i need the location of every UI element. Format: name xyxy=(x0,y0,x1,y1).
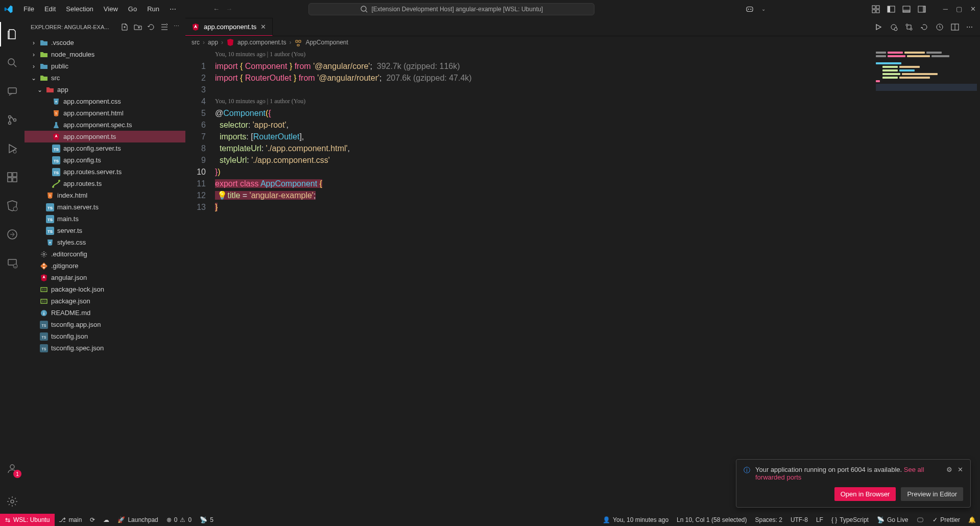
copilot-icon[interactable] xyxy=(745,5,754,14)
crumb-app[interactable]: app xyxy=(208,39,218,46)
activity-extensions[interactable] xyxy=(0,165,25,189)
timeline-icon[interactable] xyxy=(936,23,944,31)
status-branch[interactable]: ⎇main xyxy=(55,514,86,526)
status-cloud[interactable]: ☁ xyxy=(99,514,113,526)
menu-go[interactable]: Go xyxy=(124,3,141,15)
minimap[interactable] xyxy=(873,49,980,514)
tree-item-app-routes-ts[interactable]: app.routes.ts xyxy=(25,178,185,189)
tree-item-README-md[interactable]: iREADME.md xyxy=(25,307,185,319)
status-spaces[interactable]: Spaces: 2 xyxy=(751,516,786,523)
activity-run-debug[interactable] xyxy=(0,136,25,161)
tree-item-package-lock-json[interactable]: package-lock.json xyxy=(25,283,185,295)
nav-forward-icon[interactable]: → xyxy=(226,5,232,13)
collapse-icon[interactable] xyxy=(160,23,169,31)
activity-settings[interactable] xyxy=(0,489,25,514)
layout-customize-icon[interactable] xyxy=(872,5,880,13)
crumb-symbol[interactable]: AppComponent xyxy=(305,39,348,46)
status-copilot[interactable] xyxy=(912,516,928,524)
crumb-file[interactable]: app.component.ts xyxy=(237,39,286,46)
menu-file[interactable]: File xyxy=(19,3,38,15)
git-compare-icon[interactable] xyxy=(905,23,913,31)
activity-accounts[interactable]: 1 xyxy=(0,457,25,481)
toggle-sidebar-icon[interactable] xyxy=(887,5,895,13)
status-eol[interactable]: LF xyxy=(812,516,827,523)
refresh-icon[interactable] xyxy=(147,23,155,31)
tree-item-app[interactable]: ⌄app xyxy=(25,84,185,95)
notification-close-icon[interactable]: ✕ xyxy=(958,466,963,473)
file-tree[interactable]: ›.vscode›node_modules›public⌄src⌄app #ap… xyxy=(25,36,185,514)
status-cursor[interactable]: Ln 10, Col 1 (58 selected) xyxy=(673,516,751,523)
window-maximize-icon[interactable]: ▢ xyxy=(956,5,962,13)
tree-item-index-html[interactable]: 5index.html xyxy=(25,189,185,201)
debug-rerun-icon[interactable] xyxy=(890,23,898,31)
next-change-icon[interactable] xyxy=(920,23,928,31)
tree-item-tsconfig-json[interactable]: TStsconfig.json xyxy=(25,330,185,342)
toggle-panel-icon[interactable] xyxy=(902,5,911,13)
tree-item-public[interactable]: ›public xyxy=(25,60,185,72)
tree-item-main-server-ts[interactable]: TSmain.server.ts xyxy=(25,201,185,213)
tree-item-styles-css[interactable]: #styles.css xyxy=(25,236,185,248)
status-problems[interactable]: ⊗0 ⚠0 xyxy=(162,514,196,526)
status-golive[interactable]: 📡Go Live xyxy=(873,516,912,523)
status-language[interactable]: { }TypeScript xyxy=(827,516,873,523)
tab-app-component[interactable]: app.component.ts ✕ xyxy=(185,18,273,36)
new-file-icon[interactable] xyxy=(121,23,129,31)
window-minimize-icon[interactable]: ─ xyxy=(943,5,948,13)
status-sync[interactable]: ⟳ xyxy=(86,514,99,526)
menu-view[interactable]: View xyxy=(100,3,122,15)
tree-item-app-config-server-ts[interactable]: TSapp.config.server.ts xyxy=(25,142,185,154)
menu-more[interactable]: ⋯ xyxy=(165,3,180,15)
menu-selection[interactable]: Selection xyxy=(62,3,97,15)
open-in-browser-button[interactable]: Open in Browser xyxy=(834,487,896,501)
status-ports[interactable]: 📡5 xyxy=(196,514,218,526)
tree-item-app-config-ts[interactable]: TSapp.config.ts xyxy=(25,154,185,166)
new-folder-icon[interactable] xyxy=(134,23,142,31)
tree-item--vscode[interactable]: ›.vscode xyxy=(25,37,185,49)
tab-more-icon[interactable]: ⋯ xyxy=(966,23,973,31)
activity-source-control[interactable] xyxy=(0,108,25,132)
menu-edit[interactable]: Edit xyxy=(40,3,60,15)
tree-item-server-ts[interactable]: TSserver.ts xyxy=(25,225,185,236)
tree-item-main-ts[interactable]: TSmain.ts xyxy=(25,213,185,225)
code-editor[interactable]: 12345678910111213 You, 10 minutes ago | … xyxy=(185,49,980,514)
nav-back-icon[interactable]: ← xyxy=(213,5,220,13)
tree-item-tsconfig-spec-json[interactable]: TStsconfig.spec.json xyxy=(25,342,185,354)
status-encoding[interactable]: UTF-8 xyxy=(786,516,812,523)
status-prettier[interactable]: ✓Prettier xyxy=(928,516,964,523)
status-blame[interactable]: 👤You, 10 minutes ago xyxy=(599,516,673,523)
toggle-secondary-icon[interactable] xyxy=(918,5,926,13)
tree-item-node_modules[interactable]: ›node_modules xyxy=(25,49,185,60)
tree-item-angular-json[interactable]: angular.json xyxy=(25,272,185,283)
window-close-icon[interactable]: ✕ xyxy=(970,5,976,13)
more-icon[interactable]: ⋯ xyxy=(174,23,179,31)
activity-remote[interactable] xyxy=(0,251,25,275)
crumb-src[interactable]: src xyxy=(192,39,200,46)
run-icon[interactable] xyxy=(874,23,882,31)
codelens-1[interactable]: You, 10 minutes ago | 1 author (You) xyxy=(215,49,873,60)
tree-item--gitignore[interactable]: .gitignore xyxy=(25,260,185,272)
code-content[interactable]: You, 10 minutes ago | 1 author (You) imp… xyxy=(215,49,873,514)
tree-item-app-component-ts[interactable]: app.component.ts xyxy=(25,131,185,142)
tree-item-src[interactable]: ⌄src xyxy=(25,72,185,84)
activity-explorer[interactable] xyxy=(0,22,25,46)
preview-in-editor-button[interactable]: Preview in Editor xyxy=(901,487,963,501)
status-bell[interactable]: 🔔 xyxy=(964,516,980,523)
codelens-2[interactable]: You, 10 minutes ago | 1 author (You) xyxy=(215,95,873,107)
copilot-chevron-icon[interactable]: ⌄ xyxy=(761,6,766,12)
activity-angular[interactable] xyxy=(0,194,25,218)
tree-item-app-routes-server-ts[interactable]: TSapp.routes.server.ts xyxy=(25,166,185,178)
status-remote[interactable]: ⇆ WSL: Ubuntu xyxy=(0,514,55,526)
tree-item-app-component-css[interactable]: #app.component.css xyxy=(25,95,185,107)
tree-item--editorconfig[interactable]: .editorconfig xyxy=(25,248,185,260)
activity-search[interactable] xyxy=(0,51,25,75)
split-editor-icon[interactable] xyxy=(951,23,959,31)
activity-gitlens[interactable] xyxy=(0,222,25,247)
activity-chat[interactable] xyxy=(0,79,25,104)
status-launchpad[interactable]: 🚀Launchpad xyxy=(113,514,162,526)
notification-settings-icon[interactable]: ⚙ xyxy=(946,466,952,473)
lightbulb-icon[interactable]: 💡 xyxy=(217,191,227,200)
tab-close-icon[interactable]: ✕ xyxy=(260,23,266,31)
command-center[interactable]: [Extension Development Host] angular-exa… xyxy=(308,3,594,15)
tree-item-app-component-spec-ts[interactable]: app.component.spec.ts xyxy=(25,119,185,131)
tree-item-app-component-html[interactable]: 5app.component.html xyxy=(25,107,185,119)
